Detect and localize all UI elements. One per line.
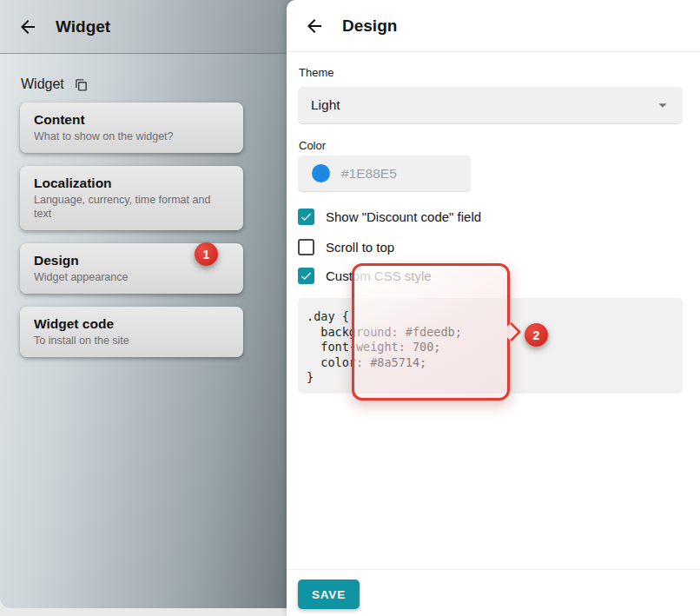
chevron-down-icon [653,96,672,115]
color-label: Color [299,139,326,152]
settings-card-list: Content What to show on the widget? Loca… [20,103,243,370]
card-subtitle: Language, currency, time format and text [34,193,229,221]
card-subtitle: To install on the site [34,334,229,348]
checkbox-unchecked[interactable] [298,239,314,255]
widget-settings-panel: Widget Widget Content What to show on th… [0,0,295,608]
color-value: #1E88E5 [341,166,397,182]
color-input[interactable]: #1E88E5 [298,156,471,192]
copy-icon[interactable] [74,77,89,92]
right-panel-header: Design [287,0,700,52]
card-title: Widget code [34,315,229,333]
checkbox-checked[interactable] [298,209,314,225]
annotation-highlight-box [352,263,510,401]
annotation-badge-2: 2 [525,323,548,347]
checkbox-label: Scroll to top [326,240,394,255]
checkmark-icon [300,210,313,223]
card-content[interactable]: Content What to show on the widget? [20,103,243,153]
card-widget-code[interactable]: Widget code To install on the site [20,307,243,357]
color-swatch[interactable] [312,164,330,182]
checkbox-show-discount-code[interactable]: Show "Discount code" field [298,209,481,225]
footer-divider [287,569,700,570]
checkmark-icon [300,269,313,282]
save-button[interactable]: SAVE [298,580,360,609]
theme-select[interactable]: Light [298,87,683,124]
right-panel-title: Design [342,17,397,36]
checkbox-scroll-to-top[interactable]: Scroll to top [298,239,394,255]
left-panel-header: Widget [0,0,295,54]
card-title: Localization [34,174,229,192]
widget-section-label: Widget [21,76,64,92]
annotation-badge-1: 1 [195,242,218,266]
checkbox-checked[interactable] [298,268,314,284]
theme-label: Theme [299,66,333,79]
card-localization[interactable]: Localization Language, currency, time fo… [20,166,243,230]
left-panel-title: Widget [56,17,110,36]
card-subtitle: Widget appearance [34,270,229,284]
back-arrow-icon[interactable] [304,16,325,36]
theme-selected-value: Light [311,97,653,113]
card-title: Content [34,110,229,129]
checkbox-label: Show "Discount code" field [326,209,481,224]
back-arrow-icon[interactable] [17,17,38,37]
card-subtitle: What to show on the widget? [34,129,229,143]
